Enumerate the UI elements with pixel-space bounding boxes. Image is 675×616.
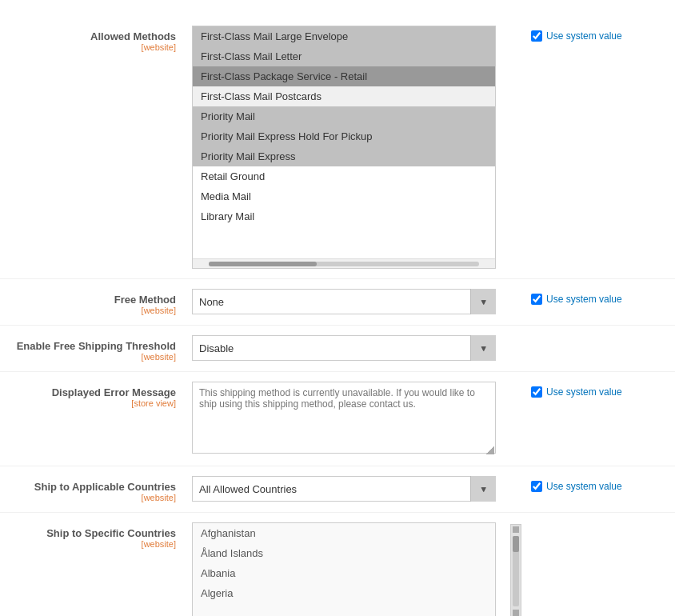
list-item[interactable]: Åland Islands — [193, 543, 495, 563]
displayed-error-message-use-system-checkbox[interactable] — [531, 386, 542, 398]
displayed-error-message-control — [192, 382, 531, 456]
displayed-error-message-row: Displayed Error Message [store view] Use… — [0, 372, 675, 466]
list-item[interactable]: Priority Mail — [193, 106, 495, 126]
allowed-methods-label: Allowed Methods — [0, 30, 176, 42]
free-shipping-threshold-scope: [website] — [0, 352, 176, 362]
allowed-methods-listbox-container: First-Class Mail Large Envelope First-Cl… — [192, 26, 496, 269]
ship-to-applicable-countries-control: All Allowed Countries Specific Countries — [192, 476, 531, 502]
allowed-methods-listbox[interactable]: First-Class Mail Large Envelope First-Cl… — [193, 26, 495, 258]
free-shipping-threshold-label-col: Enable Free Shipping Threshold [website] — [0, 335, 192, 362]
displayed-error-message-textarea[interactable] — [192, 382, 496, 454]
ship-to-applicable-countries-system-value-col: Use system value — [531, 476, 659, 492]
free-shipping-threshold-select-wrapper: Disable Enable — [192, 335, 496, 361]
free-method-use-system-checkbox[interactable] — [531, 294, 542, 305]
list-item[interactable]: First-Class Mail Letter — [193, 46, 495, 66]
scrollbar-up-arrow[interactable] — [513, 526, 519, 533]
list-item[interactable]: First-Class Mail Postcards — [193, 86, 495, 106]
allowed-methods-label-col: Allowed Methods [website] — [0, 26, 192, 52]
displayed-error-message-scope: [store view] — [0, 398, 176, 408]
ship-to-applicable-countries-scope: [website] — [0, 493, 176, 502]
list-item[interactable]: Priority Mail Express — [193, 146, 495, 166]
allowed-methods-use-system-label[interactable]: Use system value — [546, 30, 622, 42]
free-method-control: None — [192, 289, 531, 314]
list-item[interactable]: Retail Ground — [193, 166, 495, 186]
textarea-resize-handle — [486, 446, 494, 454]
free-method-system-value-col: Use system value — [531, 289, 659, 305]
allowed-methods-control: First-Class Mail Large Envelope First-Cl… — [192, 26, 531, 269]
countries-listbox-container: Afghanistan Åland Islands Albania Algeri… — [192, 522, 523, 616]
list-item[interactable]: Albania — [193, 563, 495, 583]
free-method-select-wrapper: None — [192, 289, 496, 314]
scrollbar-track — [513, 536, 519, 606]
displayed-error-message-use-system-label[interactable]: Use system value — [546, 386, 622, 398]
ship-to-specific-countries-label-col: Ship to Specific Countries [website] — [0, 522, 192, 549]
list-item[interactable]: First-Class Mail Large Envelope — [193, 26, 495, 46]
hscroll-track — [209, 262, 479, 266]
allowed-methods-system-value-col: Use system value — [531, 26, 659, 42]
ship-to-applicable-countries-select-wrapper: All Allowed Countries Specific Countries — [192, 476, 496, 502]
displayed-error-message-label: Displayed Error Message — [0, 386, 176, 398]
list-item[interactable]: Afghanistan — [193, 523, 495, 543]
ship-to-specific-countries-control: Afghanistan Åland Islands Albania Algeri… — [192, 522, 531, 616]
free-method-row: Free Method [website] None Use system va… — [0, 279, 675, 326]
displayed-error-message-system-value-col: Use system value — [531, 382, 659, 398]
allowed-methods-row: Allowed Methods [website] First-Class Ma… — [0, 16, 675, 279]
free-method-select[interactable]: None — [192, 289, 496, 314]
free-method-label: Free Method — [0, 294, 176, 306]
list-item[interactable]: Media Mail — [193, 186, 495, 206]
ship-to-applicable-countries-label-col: Ship to Applicable Countries [website] — [0, 476, 192, 502]
free-shipping-threshold-label: Enable Free Shipping Threshold — [0, 340, 176, 352]
ship-to-applicable-countries-use-system-checkbox[interactable] — [531, 481, 542, 492]
free-method-use-system-label[interactable]: Use system value — [546, 294, 622, 305]
list-item[interactable]: Priority Mail Express Hold For Pickup — [193, 126, 495, 146]
free-shipping-threshold-select[interactable]: Disable Enable — [192, 335, 496, 361]
countries-scrollbar[interactable] — [510, 524, 521, 616]
displayed-error-message-label-col: Displayed Error Message [store view] — [0, 382, 192, 408]
hscroll-thumb — [209, 262, 317, 266]
list-item[interactable]: Algeria — [193, 583, 495, 603]
ship-to-specific-countries-scope: [website] — [0, 539, 176, 549]
scrollbar-thumb[interactable] — [513, 536, 519, 552]
ship-to-applicable-countries-label: Ship to Applicable Countries — [0, 481, 176, 493]
allowed-methods-scope: [website] — [0, 42, 176, 52]
ship-to-applicable-countries-select[interactable]: All Allowed Countries Specific Countries — [192, 476, 496, 502]
countries-listbox[interactable]: Afghanistan Åland Islands Albania Algeri… — [192, 522, 496, 616]
list-item[interactable]: Library Mail — [193, 206, 495, 226]
settings-page: Allowed Methods [website] First-Class Ma… — [0, 0, 675, 616]
scrollbar-down-arrow[interactable] — [513, 610, 519, 616]
free-method-scope: [website] — [0, 306, 176, 315]
listbox-hscroll — [193, 258, 495, 268]
free-shipping-threshold-row: Enable Free Shipping Threshold [website]… — [0, 326, 675, 372]
list-item[interactable]: First-Class Package Service - Retail — [193, 66, 495, 86]
ship-to-specific-countries-label: Ship to Specific Countries — [0, 527, 176, 539]
ship-to-applicable-countries-use-system-label[interactable]: Use system value — [546, 481, 622, 492]
ship-to-specific-countries-system-value-col — [531, 522, 659, 527]
textarea-wrapper — [192, 382, 496, 456]
allowed-methods-use-system-checkbox[interactable] — [531, 30, 542, 42]
ship-to-applicable-countries-row: Ship to Applicable Countries [website] A… — [0, 466, 675, 513]
free-shipping-threshold-control: Disable Enable — [192, 335, 531, 361]
ship-to-specific-countries-row: Ship to Specific Countries [website] Afg… — [0, 513, 675, 616]
free-shipping-threshold-system-col — [531, 335, 659, 340]
free-method-label-col: Free Method [website] — [0, 289, 192, 315]
